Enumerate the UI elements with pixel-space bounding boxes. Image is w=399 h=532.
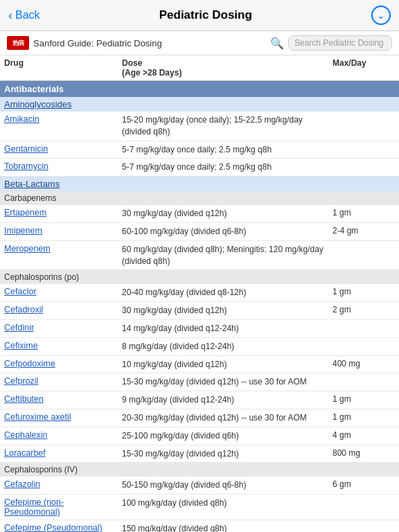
chevron-left-icon: ‹ bbox=[8, 8, 12, 23]
table-row: Cefaclor20-40 mg/kg/day (divided q8-12h)… bbox=[0, 284, 399, 302]
drug-dose: 30 mg/kg/day (divided q12h) bbox=[122, 208, 332, 220]
drug-name[interactable]: Cefixime bbox=[4, 341, 122, 351]
drug-max: 1 gm bbox=[332, 412, 395, 422]
subheader-right: 🔍 Search Pediatric Dosing bbox=[270, 35, 392, 51]
table-row: Amikacin15-20 mg/kg/day (once daily); 15… bbox=[0, 112, 399, 141]
table-row: Cefpodoxime10 mg/kg/day (divided q12h)40… bbox=[0, 356, 399, 374]
drug-table: AntibacterialsAminoglycosidesAmikacin15-… bbox=[0, 81, 399, 532]
drug-name[interactable]: Tobramycin bbox=[4, 161, 122, 171]
drug-dose: 30 mg/kg/day (divided q12h) bbox=[122, 305, 332, 317]
drug-name[interactable]: Loracarbef bbox=[4, 448, 122, 458]
back-label: Back bbox=[15, 9, 40, 21]
drug-dose: 25-100 mg/kg/day (divided q6h) bbox=[122, 430, 332, 442]
drug-max: 800 mg bbox=[332, 448, 395, 458]
drug-name[interactable]: Cefepime (non-Pseudomonal) bbox=[4, 497, 122, 517]
drug-name[interactable]: Imipenem bbox=[4, 226, 122, 236]
logo-box: 热病 bbox=[7, 36, 29, 50]
drug-name[interactable]: Cefepime (Pseudomonal) bbox=[4, 523, 122, 532]
drug-name[interactable]: Cefuroxime axetil bbox=[4, 412, 122, 422]
drug-max: 1 gm bbox=[332, 208, 395, 218]
drug-dose: 15-20 mg/kg/day (once daily); 15-22.5 mg… bbox=[122, 114, 332, 138]
drug-dose: 10 mg/kg/day (divided q12h) bbox=[122, 359, 332, 371]
drug-dose: 14 mg/kg/day (divided q12-24h) bbox=[122, 323, 332, 335]
table-row: Cefazolin50-150 mg/kg/day (divided q6-8h… bbox=[0, 477, 399, 495]
drug-dose: 150 mg/kg/day (divided q8h) bbox=[122, 523, 332, 532]
drug-dose: 50-150 mg/kg/day (divided q6-8h) bbox=[122, 479, 332, 491]
col-dose: Dose (Age >28 Days) bbox=[122, 58, 332, 78]
drug-dose: 5-7 mg/kg/day once daily; 2.5 mg/kg q8h bbox=[122, 161, 332, 173]
section-header: Antibacterials bbox=[0, 81, 399, 97]
table-row: Ceftibuten9 mg/kg/day (divided q12-24h)1… bbox=[0, 391, 399, 409]
search-icon[interactable]: 🔍 bbox=[270, 37, 284, 50]
subcategory-header: Cephalosporins (po) bbox=[0, 270, 399, 284]
table-row: Imipenem60-100 mg/kg/day (divided q6-8h)… bbox=[0, 223, 399, 241]
drug-dose: 20-30 mg/kg/day (divided q12h) -- use 30… bbox=[122, 412, 332, 424]
drug-name[interactable]: Cefazolin bbox=[4, 479, 122, 489]
chevron-down-icon: ⌄ bbox=[377, 10, 385, 21]
drug-max: 4 gm bbox=[332, 430, 395, 440]
table-row: Cefdinir14 mg/kg/day (divided q12-24h) bbox=[0, 320, 399, 338]
back-button[interactable]: ‹ Back bbox=[8, 8, 40, 23]
circle-button[interactable]: ⌄ bbox=[371, 6, 391, 25]
col-max: Max/Day bbox=[332, 58, 395, 78]
col-drug: Drug bbox=[4, 58, 122, 78]
drug-name[interactable]: Cefpodoxime bbox=[4, 359, 122, 369]
subheader-left: 热病 Sanford Guide: Pediatric Dosing bbox=[7, 36, 162, 50]
drug-name[interactable]: Cefdinir bbox=[4, 323, 122, 332]
drug-name[interactable]: Cefadroxil bbox=[4, 305, 122, 314]
table-row: Cefepime (non-Pseudomonal)100 mg/kg/day … bbox=[0, 495, 399, 520]
drug-dose: 5-7 mg/kg/day once daily; 2.5 mg/kg q8h bbox=[122, 144, 332, 156]
table-row: Tobramycin5-7 mg/kg/day once daily; 2.5 … bbox=[0, 159, 399, 177]
search-input[interactable]: Search Pediatric Dosing bbox=[288, 35, 392, 51]
drug-name[interactable]: Cefprozil bbox=[4, 376, 122, 386]
drug-max: 1 gm bbox=[332, 287, 395, 296]
table-row: Cefepime (Pseudomonal)150 mg/kg/day (div… bbox=[0, 520, 399, 532]
logo-text: 热病 bbox=[12, 39, 24, 48]
drug-max: 400 mg bbox=[332, 359, 395, 369]
drug-max: 6 gm bbox=[332, 479, 395, 489]
subheader-title: Sanford Guide: Pediatric Dosing bbox=[33, 38, 162, 48]
drug-name[interactable]: Amikacin bbox=[4, 114, 122, 124]
drug-name[interactable]: Ceftibuten bbox=[4, 394, 122, 404]
drug-name[interactable]: Gentamicin bbox=[4, 144, 122, 154]
drug-dose: 15-30 mg/kg/day (divided q12h) bbox=[122, 448, 332, 460]
drug-max: 1 gm bbox=[332, 394, 395, 404]
drug-dose: 20-40 mg/kg/day (divided q8-12h) bbox=[122, 287, 332, 299]
table-row: Cefprozil15-30 mg/kg/day (divided q12h) … bbox=[0, 373, 399, 391]
table-row: Gentamicin5-7 mg/kg/day once daily; 2.5 … bbox=[0, 141, 399, 159]
table-row: Meropenem60 mg/kg/day (divided q8h); Men… bbox=[0, 241, 399, 271]
subsection-header[interactable]: Beta-Lactams bbox=[0, 177, 399, 191]
subheader: 热病 Sanford Guide: Pediatric Dosing 🔍 Sea… bbox=[0, 31, 399, 55]
subsection-header[interactable]: Aminoglycosides bbox=[0, 97, 399, 112]
nav-bar: ‹ Back Pediatric Dosing ⌄ bbox=[0, 0, 399, 31]
table-row: Cefuroxime axetil20-30 mg/kg/day (divide… bbox=[0, 409, 399, 427]
search-placeholder: Search Pediatric Dosing bbox=[294, 38, 384, 48]
table-row: Cefixime8 mg/kg/day (divided q12-24h) bbox=[0, 338, 399, 356]
drug-dose: 15-30 mg/kg/day (divided q12h) -- use 30… bbox=[122, 376, 332, 388]
subcategory-header: Carbapenems bbox=[0, 191, 399, 205]
drug-dose: 60-100 mg/kg/day (divided q6-8h) bbox=[122, 226, 332, 238]
drug-name[interactable]: Cephalexin bbox=[4, 430, 122, 440]
drug-dose: 60 mg/kg/day (divided q8h); Meningitis: … bbox=[122, 244, 332, 267]
drug-name[interactable]: Ertapenem bbox=[4, 208, 122, 218]
table-row: Cefadroxil30 mg/kg/day (divided q12h)2 g… bbox=[0, 302, 399, 320]
drug-dose: 100 mg/kg/day (divided q8h) bbox=[122, 497, 332, 509]
subcategory-header: Cephalosporins (IV) bbox=[0, 463, 399, 477]
drug-name[interactable]: Cefaclor bbox=[4, 287, 122, 296]
column-headers: Drug Dose (Age >28 Days) Max/Day bbox=[0, 55, 399, 81]
page-title: Pediatric Dosing bbox=[159, 8, 252, 22]
drug-dose: 9 mg/kg/day (divided q12-24h) bbox=[122, 394, 332, 406]
drug-max: 2-4 gm bbox=[332, 226, 395, 236]
table-row: Cephalexin25-100 mg/kg/day (divided q6h)… bbox=[0, 427, 399, 445]
table-row: Loracarbef15-30 mg/kg/day (divided q12h)… bbox=[0, 445, 399, 463]
drug-max: 2 gm bbox=[332, 305, 395, 314]
drug-name[interactable]: Meropenem bbox=[4, 244, 122, 254]
table-row: Ertapenem30 mg/kg/day (divided q12h)1 gm bbox=[0, 205, 399, 223]
drug-dose: 8 mg/kg/day (divided q12-24h) bbox=[122, 341, 332, 353]
